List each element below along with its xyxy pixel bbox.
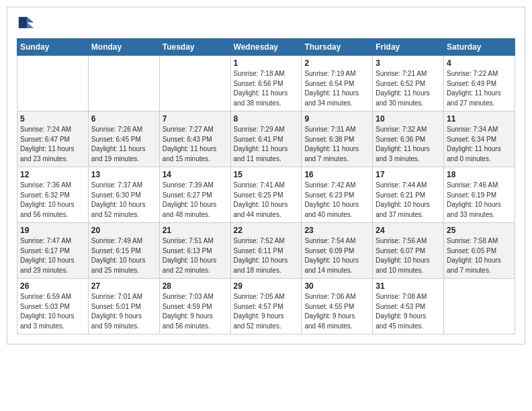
day-number: 20 — [91, 226, 157, 235]
day-number: 11 — [447, 114, 512, 124]
calendar-cell: 19Sunrise: 7:47 AM Sunset: 6:17 PM Dayli… — [17, 223, 89, 279]
day-number: 17 — [375, 170, 441, 179]
day-number: 30 — [304, 281, 369, 291]
calendar-cell: 3Sunrise: 7:21 AM Sunset: 6:52 PM Daylig… — [373, 56, 444, 111]
calendar-cell: 12Sunrise: 7:36 AM Sunset: 6:32 PM Dayli… — [17, 167, 89, 223]
day-number: 23 — [304, 226, 369, 235]
day-number: 14 — [163, 170, 228, 179]
day-info: Sunrise: 7:21 AM Sunset: 6:52 PM Dayligh… — [375, 69, 441, 108]
calendar-cell: 20Sunrise: 7:49 AM Sunset: 6:15 PM Dayli… — [88, 223, 159, 279]
calendar-cell: 14Sunrise: 7:39 AM Sunset: 6:27 PM Dayli… — [159, 167, 230, 223]
calendar-cell: 18Sunrise: 7:46 AM Sunset: 6:19 PM Dayli… — [444, 167, 515, 223]
day-number: 25 — [447, 226, 512, 235]
day-info: Sunrise: 7:47 AM Sunset: 6:17 PM Dayligh… — [20, 236, 85, 275]
week-row-3: 19Sunrise: 7:47 AM Sunset: 6:17 PM Dayli… — [17, 223, 515, 279]
day-number: 24 — [375, 226, 441, 235]
calendar-cell: 11Sunrise: 7:34 AM Sunset: 6:34 PM Dayli… — [444, 111, 515, 167]
day-number: 3 — [375, 58, 441, 68]
day-info: Sunrise: 7:56 AM Sunset: 6:07 PM Dayligh… — [375, 236, 441, 275]
day-number: 5 — [20, 114, 85, 124]
day-info: Sunrise: 7:32 AM Sunset: 6:36 PM Dayligh… — [375, 125, 441, 164]
calendar-cell: 26Sunrise: 6:59 AM Sunset: 5:03 PM Dayli… — [17, 279, 89, 334]
calendar-cell: 13Sunrise: 7:37 AM Sunset: 6:30 PM Dayli… — [88, 167, 159, 223]
calendar-cell: 9Sunrise: 7:31 AM Sunset: 6:38 PM Daylig… — [302, 111, 373, 167]
header-day-saturday: Saturday — [444, 39, 515, 56]
logo-icon — [17, 14, 36, 33]
header-day-tuesday: Tuesday — [159, 39, 230, 56]
day-info: Sunrise: 7:22 AM Sunset: 6:49 PM Dayligh… — [447, 69, 512, 108]
calendar-header: SundayMondayTuesdayWednesdayThursdayFrid… — [17, 39, 515, 56]
day-number: 18 — [447, 170, 512, 179]
day-info: Sunrise: 7:51 AM Sunset: 6:13 PM Dayligh… — [163, 236, 228, 275]
week-row-4: 26Sunrise: 6:59 AM Sunset: 5:03 PM Dayli… — [17, 279, 515, 334]
calendar-cell: 7Sunrise: 7:27 AM Sunset: 6:43 PM Daylig… — [159, 111, 230, 167]
day-info: Sunrise: 7:46 AM Sunset: 6:19 PM Dayligh… — [447, 181, 512, 220]
week-row-1: 5Sunrise: 7:24 AM Sunset: 6:47 PM Daylig… — [17, 111, 515, 167]
calendar-cell: 10Sunrise: 7:32 AM Sunset: 6:36 PM Dayli… — [373, 111, 444, 167]
day-info: Sunrise: 7:18 AM Sunset: 6:56 PM Dayligh… — [234, 69, 299, 108]
calendar-cell: 15Sunrise: 7:41 AM Sunset: 6:25 PM Dayli… — [230, 167, 302, 223]
day-number: 19 — [20, 226, 85, 235]
day-number: 31 — [375, 281, 441, 291]
day-number: 13 — [91, 170, 157, 179]
day-number: 15 — [234, 170, 299, 179]
day-info: Sunrise: 7:03 AM Sunset: 4:59 PM Dayligh… — [163, 292, 228, 331]
calendar-cell: 17Sunrise: 7:44 AM Sunset: 6:21 PM Dayli… — [373, 167, 444, 223]
day-number: 26 — [20, 281, 85, 291]
calendar-cell: 6Sunrise: 7:26 AM Sunset: 6:45 PM Daylig… — [88, 111, 159, 167]
day-info: Sunrise: 7:31 AM Sunset: 6:38 PM Dayligh… — [304, 125, 369, 164]
calendar-cell: 4Sunrise: 7:22 AM Sunset: 6:49 PM Daylig… — [444, 56, 515, 111]
day-info: Sunrise: 7:05 AM Sunset: 4:57 PM Dayligh… — [234, 292, 299, 331]
calendar-cell: 24Sunrise: 7:56 AM Sunset: 6:07 PM Dayli… — [373, 223, 444, 279]
calendar-body: 1Sunrise: 7:18 AM Sunset: 6:56 PM Daylig… — [17, 56, 515, 334]
day-info: Sunrise: 7:27 AM Sunset: 6:43 PM Dayligh… — [163, 125, 228, 164]
day-number: 9 — [304, 114, 369, 124]
svg-marker-0 — [27, 17, 34, 22]
week-row-0: 1Sunrise: 7:18 AM Sunset: 6:56 PM Daylig… — [17, 56, 515, 111]
calendar-cell: 31Sunrise: 7:08 AM Sunset: 4:53 PM Dayli… — [373, 279, 444, 334]
day-number: 27 — [91, 281, 157, 291]
calendar-cell — [88, 56, 159, 111]
svg-rect-2 — [19, 17, 28, 28]
day-number: 2 — [304, 58, 369, 68]
day-info: Sunrise: 7:24 AM Sunset: 6:47 PM Dayligh… — [20, 125, 85, 164]
calendar-cell: 27Sunrise: 7:01 AM Sunset: 5:01 PM Dayli… — [88, 279, 159, 334]
day-info: Sunrise: 7:41 AM Sunset: 6:25 PM Dayligh… — [234, 181, 299, 220]
day-info: Sunrise: 7:26 AM Sunset: 6:45 PM Dayligh… — [91, 125, 157, 164]
day-number: 22 — [234, 226, 299, 235]
calendar-cell: 23Sunrise: 7:54 AM Sunset: 6:09 PM Dayli… — [302, 223, 373, 279]
day-number: 7 — [163, 114, 228, 124]
day-number: 8 — [234, 114, 299, 124]
day-info: Sunrise: 7:29 AM Sunset: 6:41 PM Dayligh… — [234, 125, 299, 164]
calendar-cell: 21Sunrise: 7:51 AM Sunset: 6:13 PM Dayli… — [159, 223, 230, 279]
header-day-wednesday: Wednesday — [230, 39, 302, 56]
day-info: Sunrise: 7:01 AM Sunset: 5:01 PM Dayligh… — [91, 292, 157, 331]
header — [17, 14, 515, 33]
day-info: Sunrise: 7:58 AM Sunset: 6:05 PM Dayligh… — [447, 236, 512, 275]
day-number: 10 — [375, 114, 441, 124]
calendar-cell: 1Sunrise: 7:18 AM Sunset: 6:56 PM Daylig… — [230, 56, 302, 111]
day-number: 4 — [447, 58, 512, 68]
week-row-2: 12Sunrise: 7:36 AM Sunset: 6:32 PM Dayli… — [17, 167, 515, 223]
header-day-sunday: Sunday — [17, 39, 89, 56]
calendar-cell: 22Sunrise: 7:52 AM Sunset: 6:11 PM Dayli… — [230, 223, 302, 279]
day-info: Sunrise: 6:59 AM Sunset: 5:03 PM Dayligh… — [20, 292, 85, 331]
calendar-page: SundayMondayTuesdayWednesdayThursdayFrid… — [7, 7, 525, 345]
day-info: Sunrise: 7:19 AM Sunset: 6:54 PM Dayligh… — [304, 69, 369, 108]
calendar-table: SundayMondayTuesdayWednesdayThursdayFrid… — [17, 38, 515, 334]
day-number: 29 — [234, 281, 299, 291]
header-day-friday: Friday — [373, 39, 444, 56]
day-info: Sunrise: 7:54 AM Sunset: 6:09 PM Dayligh… — [304, 236, 369, 275]
logo — [17, 14, 38, 33]
calendar-cell — [159, 56, 230, 111]
calendar-cell: 2Sunrise: 7:19 AM Sunset: 6:54 PM Daylig… — [302, 56, 373, 111]
day-number: 28 — [163, 281, 228, 291]
day-number: 21 — [163, 226, 228, 235]
day-info: Sunrise: 7:52 AM Sunset: 6:11 PM Dayligh… — [234, 236, 299, 275]
calendar-cell: 30Sunrise: 7:06 AM Sunset: 4:55 PM Dayli… — [302, 279, 373, 334]
day-info: Sunrise: 7:42 AM Sunset: 6:23 PM Dayligh… — [304, 181, 369, 220]
calendar-cell — [17, 56, 89, 111]
header-day-monday: Monday — [88, 39, 159, 56]
calendar-cell: 16Sunrise: 7:42 AM Sunset: 6:23 PM Dayli… — [302, 167, 373, 223]
day-number: 12 — [20, 170, 85, 179]
